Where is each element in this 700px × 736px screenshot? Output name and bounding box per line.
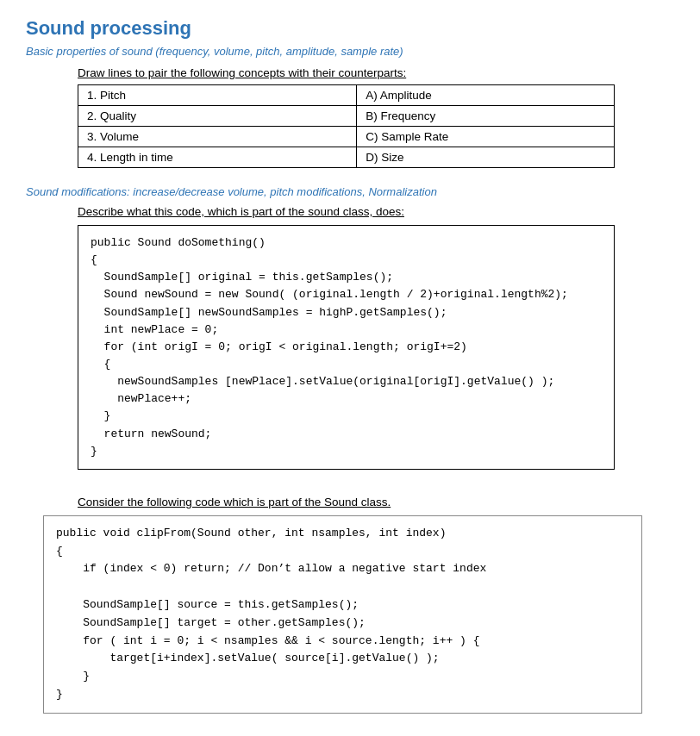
section2-code-box: public Sound doSomething() { SoundSample… — [78, 225, 615, 470]
right-item-4: D) Size — [357, 147, 614, 168]
section2-instruction: Describe what this code, which is part o… — [78, 205, 674, 218]
left-item-3: 3. Volume — [78, 127, 357, 147]
section3-code-box: public void clipFrom(Sound other, int ns… — [43, 515, 642, 714]
table-row: 2. Quality B) Frequency — [78, 106, 615, 127]
section3-instruction: Consider the following code which is par… — [78, 496, 674, 508]
section2-subtitle: Sound modifications: increase/decrease v… — [26, 185, 674, 198]
table-row: 1. Pitch A) Amplitude — [78, 85, 615, 106]
page-title: Sound processing — [26, 17, 674, 40]
table-row: 4. Length in time D) Size — [78, 147, 615, 168]
left-item-4: 4. Length in time — [78, 147, 357, 168]
section3-block: Consider the following code which is par… — [43, 496, 674, 714]
section1-subtitle: Basic properties of sound (frequency, vo… — [26, 45, 674, 58]
section1-instruction: Draw lines to pair the following concept… — [78, 66, 674, 79]
right-item-3: C) Sample Rate — [357, 127, 614, 147]
left-item-1: 1. Pitch — [78, 85, 357, 106]
section1-block: Draw lines to pair the following concept… — [78, 66, 674, 168]
right-item-1: A) Amplitude — [357, 85, 614, 106]
section2-block: Describe what this code, which is part o… — [78, 205, 674, 470]
matching-table: 1. Pitch A) Amplitude 2. Quality B) Freq… — [78, 84, 615, 168]
table-row: 3. Volume C) Sample Rate — [78, 127, 615, 147]
right-item-2: B) Frequency — [357, 106, 614, 127]
left-item-2: 2. Quality — [78, 106, 357, 127]
